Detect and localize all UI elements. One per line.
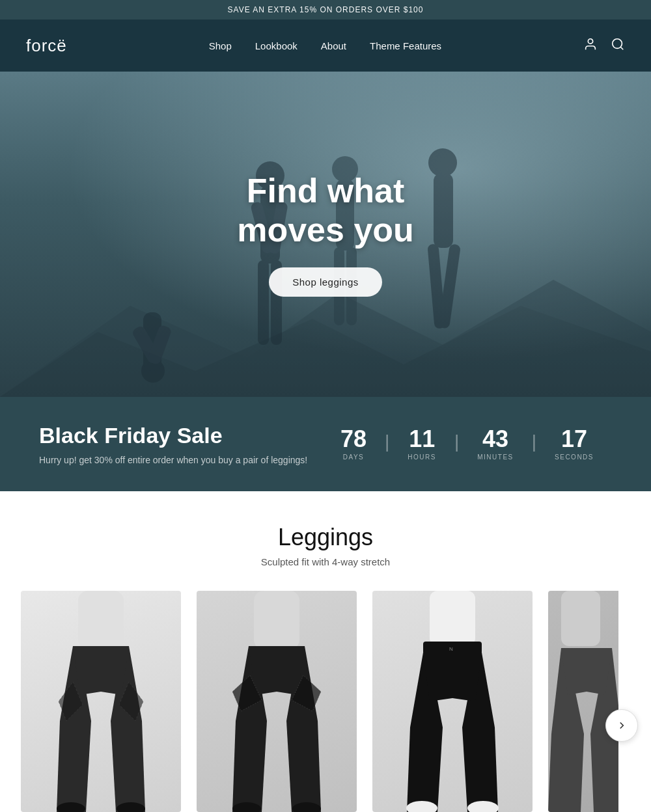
- shop-leggings-button[interactable]: Shop leggings: [269, 267, 382, 297]
- nav-lookbook[interactable]: Lookbook: [255, 40, 298, 51]
- svg-text:N: N: [449, 646, 453, 652]
- products-title: Leggings: [13, 524, 638, 551]
- logo[interactable]: forcë: [26, 36, 67, 56]
- sale-heading: Black Friday Sale: [39, 423, 307, 448]
- announcement-text: SAVE AN EXTRA 15% ON ORDERS OVER $100: [228, 5, 424, 14]
- divider-2: |: [454, 427, 459, 452]
- product-card-2[interactable]: Bolt Legging $75 ★ ★ ★ ★ ★ 35: [189, 591, 365, 812]
- hero-section: Find what moves you Shop leggings: [0, 72, 651, 397]
- nav-about[interactable]: About: [321, 40, 346, 51]
- divider-3: |: [532, 427, 536, 452]
- nav-theme-features[interactable]: Theme Features: [370, 40, 441, 51]
- countdown-minutes: 43 MINUTES: [459, 427, 532, 461]
- account-icon[interactable]: [583, 37, 598, 55]
- product-card-1[interactable]: Bolt Legging Grey $115 ★ ★ ★ ★ ★ 35: [13, 591, 189, 812]
- carousel-next-wrapper: [605, 709, 638, 742]
- divider-1: |: [385, 427, 389, 452]
- products-subtitle: Sculpted fit with 4-way stretch: [13, 556, 638, 567]
- main-nav: Shop Lookbook About Theme Features: [209, 40, 441, 51]
- svg-rect-20: [434, 173, 453, 248]
- product-image-1: [21, 591, 181, 812]
- svg-rect-26: [254, 591, 299, 649]
- svg-line-2: [620, 47, 623, 49]
- svg-point-0: [588, 38, 592, 43]
- products-grid: Bolt Legging Grey $115 ★ ★ ★ ★ ★ 35: [13, 591, 638, 812]
- countdown-section: Black Friday Sale Hurry up! get 30% off …: [0, 397, 651, 491]
- sale-subtext: Hurry up! get 30% off entire order when …: [39, 455, 307, 465]
- carousel-next-button[interactable]: [605, 709, 638, 742]
- svg-point-1: [613, 38, 622, 48]
- countdown-days: 78 DAYS: [322, 427, 385, 461]
- product-image-3: N: [372, 591, 533, 812]
- announcement-bar: SAVE AN EXTRA 15% ON ORDERS OVER $100: [0, 0, 651, 20]
- header-icons: [583, 37, 625, 55]
- hero-content: Find what moves you Shop leggings: [237, 172, 414, 297]
- product-image-2: [197, 591, 357, 812]
- products-section: Leggings Sculpted fit with 4-way stretch: [0, 491, 651, 812]
- header: forcë Shop Lookbook About Theme Features: [0, 20, 651, 72]
- product-card-3[interactable]: N Velvet Legging $88 ★ ★ ★ ★ ★ 35: [365, 591, 540, 812]
- product-card-4-partial[interactable]: Calatrava... ★ ★ ★ ★ ★: [540, 591, 618, 812]
- svg-rect-34: [561, 591, 600, 646]
- countdown-info: Black Friday Sale Hurry up! get 30% off …: [39, 423, 307, 465]
- product-image-4-partial: [548, 591, 618, 812]
- chevron-right-icon: [616, 720, 628, 731]
- countdown-timer: 78 DAYS | 11 HOURS | 43 MINUTES | 17 SEC…: [322, 427, 612, 461]
- search-icon[interactable]: [611, 37, 625, 55]
- nav-shop[interactable]: Shop: [209, 40, 232, 51]
- countdown-hours: 11 HOURS: [389, 427, 454, 461]
- countdown-seconds: 17 SECONDS: [536, 427, 612, 461]
- svg-rect-29: [430, 591, 475, 646]
- svg-point-19: [428, 148, 457, 177]
- svg-rect-23: [78, 591, 124, 649]
- hero-title: Find what moves you: [237, 172, 414, 250]
- products-carousel: Bolt Legging Grey $115 ★ ★ ★ ★ ★ 35: [13, 591, 638, 812]
